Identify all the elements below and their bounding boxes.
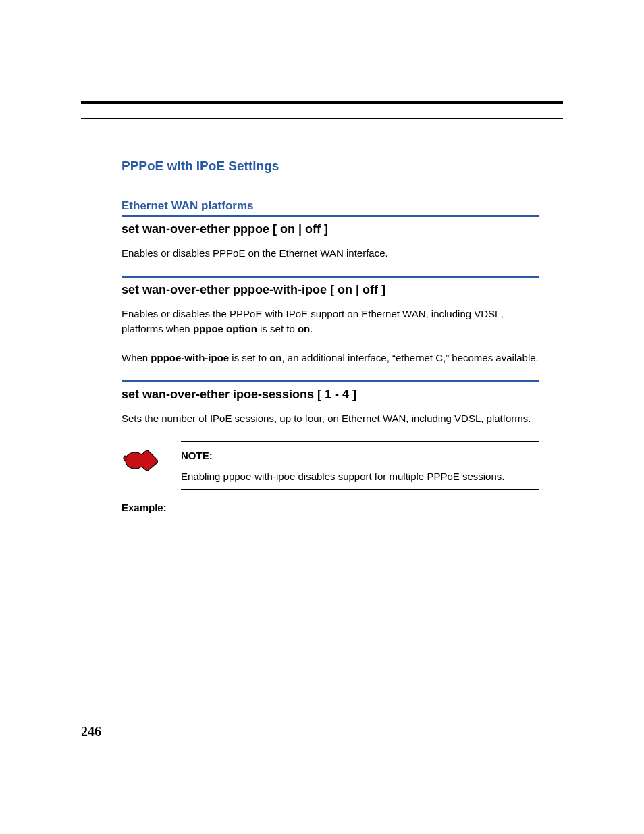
note-text-cell: NOTE: Enabling pppoe-with-ipoe disables … bbox=[181, 442, 539, 489]
note-row: NOTE: Enabling pppoe-with-ipoe disables … bbox=[122, 442, 539, 489]
pointing-hand-icon bbox=[122, 447, 159, 474]
body-paragraph: When pppoe-with-ipoe is set to on, an ad… bbox=[122, 350, 539, 365]
command-heading: set wan-over-ether pppoe [ on | off ] bbox=[122, 222, 539, 236]
body-paragraph: Enables or disables the PPPoE with IPoE … bbox=[122, 307, 539, 336]
note-label: NOTE: bbox=[181, 450, 539, 461]
note-icon-cell bbox=[122, 442, 181, 474]
header-thick-rule bbox=[81, 101, 563, 104]
example-label: Example: bbox=[122, 502, 539, 513]
note-body: Enabling pppoe-with-ipoe disables suppor… bbox=[181, 469, 539, 484]
platforms-subheading: Ethernet WAN platforms bbox=[122, 199, 539, 213]
section-rule bbox=[122, 215, 539, 217]
section-rule bbox=[122, 276, 539, 278]
command-heading: set wan-over-ether ipoe-sessions [ 1 - 4… bbox=[122, 388, 539, 402]
section-rule bbox=[122, 380, 539, 382]
command-heading: set wan-over-ether pppoe-with-ipoe [ on … bbox=[122, 283, 539, 297]
note-bottom-rule bbox=[181, 489, 539, 490]
body-paragraph: Enables or disables PPPoE on the Etherne… bbox=[122, 246, 539, 261]
content-area: PPPoE with IPoE Settings Ethernet WAN pl… bbox=[122, 159, 539, 513]
page-number: 246 bbox=[81, 724, 101, 739]
page-title: PPPoE with IPoE Settings bbox=[122, 159, 539, 174]
body-paragraph: Sets the number of IPoE sessions, up to … bbox=[122, 411, 539, 426]
note-block: NOTE: Enabling pppoe-with-ipoe disables … bbox=[122, 441, 539, 490]
footer-rule bbox=[81, 719, 563, 719]
page: PPPoE with IPoE Settings Ethernet WAN pl… bbox=[0, 0, 644, 834]
header-thin-rule bbox=[81, 118, 563, 119]
